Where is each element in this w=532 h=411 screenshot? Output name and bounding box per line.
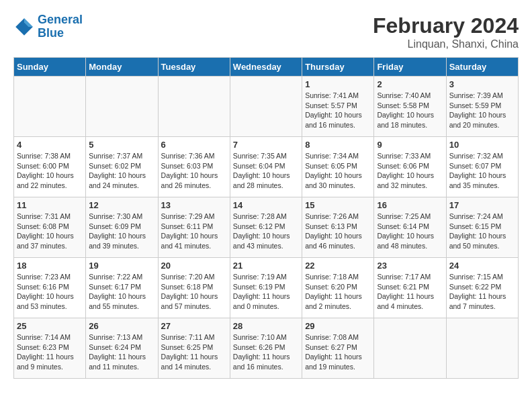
- day-info: Sunrise: 7:36 AM Sunset: 6:03 PM Dayligh…: [161, 151, 227, 191]
- day-number: 26: [89, 321, 154, 331]
- logo-line1: General: [38, 13, 83, 26]
- day-info: Sunrise: 7:40 AM Sunset: 5:58 PM Dayligh…: [377, 91, 443, 130]
- calendar-body: 1Sunrise: 7:41 AM Sunset: 5:57 PM Daylig…: [14, 77, 519, 379]
- day-number: 1: [305, 79, 371, 89]
- day-info: Sunrise: 7:30 AM Sunset: 6:09 PM Dayligh…: [89, 212, 154, 251]
- day-info: Sunrise: 7:34 AM Sunset: 6:05 PM Dayligh…: [305, 151, 371, 191]
- day-info: Sunrise: 7:39 AM Sunset: 5:59 PM Dayligh…: [449, 91, 515, 130]
- day-info: Sunrise: 7:20 AM Sunset: 6:18 PM Dayligh…: [161, 272, 227, 312]
- calendar-cell: 12Sunrise: 7:30 AM Sunset: 6:09 PM Dayli…: [86, 197, 158, 258]
- calendar-cell: 19Sunrise: 7:22 AM Sunset: 6:17 PM Dayli…: [86, 258, 158, 318]
- calendar-cell: 6Sunrise: 7:36 AM Sunset: 6:03 PM Daylig…: [158, 137, 230, 197]
- day-number: 10: [449, 140, 515, 150]
- calendar-cell: 18Sunrise: 7:23 AM Sunset: 6:16 PM Dayli…: [14, 258, 86, 318]
- day-number: 7: [233, 140, 299, 150]
- calendar-week-2: 4Sunrise: 7:38 AM Sunset: 6:00 PM Daylig…: [14, 137, 519, 197]
- calendar-cell: 14Sunrise: 7:28 AM Sunset: 6:12 PM Dayli…: [230, 197, 302, 258]
- day-info: Sunrise: 7:25 AM Sunset: 6:14 PM Dayligh…: [377, 212, 443, 251]
- calendar-cell: 5Sunrise: 7:37 AM Sunset: 6:02 PM Daylig…: [86, 137, 158, 197]
- day-info: Sunrise: 7:18 AM Sunset: 6:20 PM Dayligh…: [305, 272, 371, 312]
- day-number: 9: [377, 140, 443, 150]
- calendar-cell: 16Sunrise: 7:25 AM Sunset: 6:14 PM Dayli…: [374, 197, 446, 258]
- day-info: Sunrise: 7:08 AM Sunset: 6:27 PM Dayligh…: [305, 332, 371, 372]
- calendar-cell: 25Sunrise: 7:14 AM Sunset: 6:23 PM Dayli…: [14, 318, 86, 379]
- header-cell-thursday: Thursday: [302, 58, 374, 77]
- title-block: February 2024 Linquan, Shanxi, China: [373, 13, 519, 50]
- subtitle: Linquan, Shanxi, China: [373, 38, 519, 50]
- header-cell-wednesday: Wednesday: [230, 58, 302, 77]
- calendar-cell: [374, 318, 446, 379]
- day-info: Sunrise: 7:17 AM Sunset: 6:21 PM Dayligh…: [377, 272, 443, 312]
- logo-icon: [13, 16, 35, 38]
- calendar-cell: 28Sunrise: 7:10 AM Sunset: 6:26 PM Dayli…: [230, 318, 302, 379]
- day-number: 22: [305, 261, 371, 271]
- header-cell-monday: Monday: [86, 58, 158, 77]
- calendar-cell: [446, 318, 518, 379]
- calendar-table: SundayMondayTuesdayWednesdayThursdayFrid…: [13, 57, 519, 379]
- day-info: Sunrise: 7:37 AM Sunset: 6:02 PM Dayligh…: [89, 151, 154, 191]
- calendar-cell: [86, 77, 158, 137]
- day-info: Sunrise: 7:35 AM Sunset: 6:04 PM Dayligh…: [233, 151, 299, 191]
- calendar-cell: [230, 77, 302, 137]
- day-info: Sunrise: 7:33 AM Sunset: 6:06 PM Dayligh…: [377, 151, 443, 191]
- calendar-cell: 15Sunrise: 7:26 AM Sunset: 6:13 PM Dayli…: [302, 197, 374, 258]
- calendar-week-1: 1Sunrise: 7:41 AM Sunset: 5:57 PM Daylig…: [14, 77, 519, 137]
- day-number: 8: [305, 140, 371, 150]
- day-number: 4: [17, 140, 83, 150]
- day-info: Sunrise: 7:23 AM Sunset: 6:16 PM Dayligh…: [17, 272, 83, 312]
- logo-text: General Blue: [38, 13, 83, 40]
- day-number: 19: [89, 261, 154, 271]
- day-number: 27: [161, 321, 227, 331]
- day-number: 14: [233, 200, 299, 210]
- day-info: Sunrise: 7:28 AM Sunset: 6:12 PM Dayligh…: [233, 212, 299, 251]
- day-info: Sunrise: 7:11 AM Sunset: 6:25 PM Dayligh…: [161, 332, 227, 372]
- day-number: 2: [377, 79, 443, 89]
- day-number: 23: [377, 261, 443, 271]
- calendar-cell: 11Sunrise: 7:31 AM Sunset: 6:08 PM Dayli…: [14, 197, 86, 258]
- day-number: 20: [161, 261, 227, 271]
- calendar-cell: 3Sunrise: 7:39 AM Sunset: 5:59 PM Daylig…: [446, 77, 518, 137]
- calendar-cell: 20Sunrise: 7:20 AM Sunset: 6:18 PM Dayli…: [158, 258, 230, 318]
- day-number: 25: [17, 321, 83, 331]
- page-header: General Blue February 2024 Linquan, Shan…: [13, 13, 519, 50]
- day-info: Sunrise: 7:22 AM Sunset: 6:17 PM Dayligh…: [89, 272, 154, 312]
- day-number: 29: [305, 321, 371, 331]
- calendar-cell: 26Sunrise: 7:13 AM Sunset: 6:24 PM Dayli…: [86, 318, 158, 379]
- header-cell-saturday: Saturday: [446, 58, 518, 77]
- day-number: 24: [449, 261, 515, 271]
- day-info: Sunrise: 7:26 AM Sunset: 6:13 PM Dayligh…: [305, 212, 371, 251]
- calendar-header: SundayMondayTuesdayWednesdayThursdayFrid…: [14, 58, 519, 77]
- calendar-cell: 10Sunrise: 7:32 AM Sunset: 6:07 PM Dayli…: [446, 137, 518, 197]
- day-info: Sunrise: 7:31 AM Sunset: 6:08 PM Dayligh…: [17, 212, 83, 251]
- day-number: 16: [377, 200, 443, 210]
- day-number: 3: [449, 79, 515, 89]
- day-info: Sunrise: 7:19 AM Sunset: 6:19 PM Dayligh…: [233, 272, 299, 312]
- calendar-week-5: 25Sunrise: 7:14 AM Sunset: 6:23 PM Dayli…: [14, 318, 519, 379]
- calendar-cell: 23Sunrise: 7:17 AM Sunset: 6:21 PM Dayli…: [374, 258, 446, 318]
- day-info: Sunrise: 7:24 AM Sunset: 6:15 PM Dayligh…: [449, 212, 515, 251]
- calendar-cell: [158, 77, 230, 137]
- day-number: 18: [17, 261, 83, 271]
- day-number: 15: [305, 200, 371, 210]
- calendar-cell: 13Sunrise: 7:29 AM Sunset: 6:11 PM Dayli…: [158, 197, 230, 258]
- calendar-cell: 24Sunrise: 7:15 AM Sunset: 6:22 PM Dayli…: [446, 258, 518, 318]
- day-info: Sunrise: 7:10 AM Sunset: 6:26 PM Dayligh…: [233, 332, 299, 372]
- calendar-week-4: 18Sunrise: 7:23 AM Sunset: 6:16 PM Dayli…: [14, 258, 519, 318]
- header-cell-tuesday: Tuesday: [158, 58, 230, 77]
- day-info: Sunrise: 7:38 AM Sunset: 6:00 PM Dayligh…: [17, 151, 83, 191]
- day-number: 5: [89, 140, 154, 150]
- calendar-cell: 29Sunrise: 7:08 AM Sunset: 6:27 PM Dayli…: [302, 318, 374, 379]
- calendar-cell: 21Sunrise: 7:19 AM Sunset: 6:19 PM Dayli…: [230, 258, 302, 318]
- day-number: 13: [161, 200, 227, 210]
- day-number: 17: [449, 200, 515, 210]
- calendar-cell: 22Sunrise: 7:18 AM Sunset: 6:20 PM Dayli…: [302, 258, 374, 318]
- calendar-cell: 7Sunrise: 7:35 AM Sunset: 6:04 PM Daylig…: [230, 137, 302, 197]
- calendar-cell: 1Sunrise: 7:41 AM Sunset: 5:57 PM Daylig…: [302, 77, 374, 137]
- day-info: Sunrise: 7:14 AM Sunset: 6:23 PM Dayligh…: [17, 332, 83, 372]
- main-title: February 2024: [373, 13, 519, 38]
- day-number: 11: [17, 200, 83, 210]
- logo-line2: Blue: [38, 26, 64, 40]
- day-number: 6: [161, 140, 227, 150]
- calendar-cell: 8Sunrise: 7:34 AM Sunset: 6:05 PM Daylig…: [302, 137, 374, 197]
- logo: General Blue: [13, 13, 83, 40]
